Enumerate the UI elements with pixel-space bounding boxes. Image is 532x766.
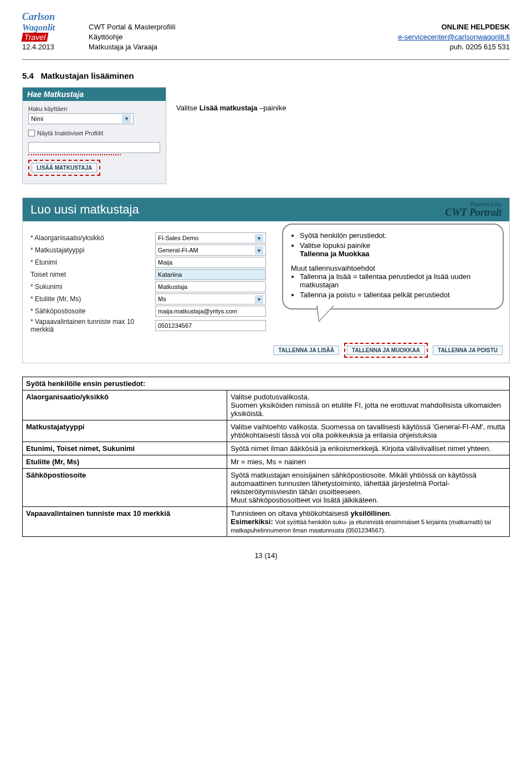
save-button-row: TALLENNA JA LISÄÄ TALLENNA JA MUOKKAA TA… xyxy=(23,340,509,363)
header-left: CWT Portal & Masterprofiili Käyttöohje 1… xyxy=(89,22,176,53)
chevron-down-icon: ▾ xyxy=(255,295,263,303)
form-input[interactable]: Matkustaja xyxy=(155,281,266,292)
form-label: * Sukunimi xyxy=(30,283,155,291)
form-input[interactable]: maija.matkustaja@yritys.com xyxy=(155,306,266,317)
search-panel-title: Hae Matkustaja xyxy=(23,88,166,101)
form-label: * Etuliite (Mr, Ms) xyxy=(30,295,155,303)
save-and-add-button[interactable]: TALLENNA JA LISÄÄ xyxy=(273,346,339,355)
form-label: * Sähköpostiosoite xyxy=(30,307,155,315)
desc-val: Valitse pudotusvalikosta.Suomen yksiköid… xyxy=(227,390,510,420)
desc-key: Vapaavalintainen tunniste max 10 merkkiä xyxy=(23,507,227,537)
chevron-down-icon: ▾ xyxy=(122,114,131,123)
desc-caption: Syötä henkilölle ensin perustiedot: xyxy=(23,377,510,390)
header-right: ONLINE HELPDESK e-servicecenter@carlsonw… xyxy=(398,22,510,53)
desc-val: Valitse vaihtoehto valikosta. Suomessa o… xyxy=(227,420,510,442)
hdr-line3: Matkustaja ja Varaaja xyxy=(89,42,157,52)
instruction-1: Valitse Lisää matkustaja –painike xyxy=(176,104,287,112)
hdr-line1: CWT Portal & Masterprofiili xyxy=(89,22,176,32)
show-inactive-checkbox[interactable]: Näytä Inaktiiviset Profiilit xyxy=(28,130,160,136)
section-heading: 5.4 Matkustajan lisääminen xyxy=(22,71,510,80)
desc-val: Mr = mies, Ms = nainen xyxy=(227,455,510,469)
search-traveler-panel: Hae Matkustaja Haku käyttäen Nimi ▾ Näyt… xyxy=(22,87,166,184)
desc-key: Etunimi, Toiset nimet, Sukunimi xyxy=(23,442,227,455)
form-label: * Alaorganisaatio/yksikkö xyxy=(30,234,155,242)
add-traveler-button[interactable]: LISÄÄ MATKUSTAJA xyxy=(32,163,97,173)
search-using-select[interactable]: Nimi ▾ xyxy=(28,113,134,124)
form-label: Toiset nimet xyxy=(30,271,155,278)
hdr-date: 12.4.2013 xyxy=(22,42,66,52)
desc-key: Sähköpostiosoite xyxy=(23,469,227,507)
create-title: Luo uusi matkustaja xyxy=(30,202,139,217)
helpdesk-email[interactable]: e-servicecenter@carlsonwagonlit.fi xyxy=(398,33,510,41)
form-input[interactable]: 0501234567 xyxy=(155,320,266,331)
search-using-label: Haku käyttäen xyxy=(28,105,160,112)
desc-key: Matkustajatyyppi xyxy=(23,420,227,442)
save-and-edit-button[interactable]: TALLENNA JA MUOKKAA xyxy=(347,346,425,355)
powered-by: Powered by CWT Portrait xyxy=(445,201,502,219)
create-traveler-panel: Luo uusi matkustaja Powered by CWT Portr… xyxy=(22,197,510,364)
logo: Carlson Wagonlit Travel xyxy=(22,11,78,44)
form-input[interactable]: Katariina xyxy=(155,269,266,280)
desc-val: Syötä matkustajan ensisijainen sähköpost… xyxy=(227,469,510,507)
helpdesk-title: ONLINE HELPDESK xyxy=(398,22,510,32)
search-text-input[interactable] xyxy=(28,142,160,153)
form-row: * Vapaavalintainen tunniste max 10 merkk… xyxy=(30,318,502,333)
chevron-down-icon: ▾ xyxy=(255,234,263,242)
form-select[interactable]: General-FI-AM▾ xyxy=(155,245,266,256)
desc-key: Etuliite (Mr, Ms) xyxy=(23,455,227,469)
form-label: * Matkustajatyyppi xyxy=(30,246,155,254)
save-and-exit-button[interactable]: TALLENNA JA POISTU xyxy=(433,346,503,355)
form-label: * Vapaavalintainen tunniste max 10 merkk… xyxy=(30,318,155,333)
desc-key: Alaorganisaatio/yksikkö xyxy=(23,390,227,420)
field-desc-table: Syötä henkilölle ensin perustiedot:Alaor… xyxy=(22,377,510,537)
desc-val: Syötä nimet ilman ääkkösiä ja erikoismer… xyxy=(227,442,510,455)
chevron-down-icon: ▾ xyxy=(255,246,263,255)
page-footer: 13 (14) xyxy=(22,551,510,560)
form-select[interactable]: FI-Sales Demo▾ xyxy=(155,232,266,244)
form-label: * Etunimi xyxy=(30,258,155,266)
helpdesk-phone: puh. 0205 615 531 xyxy=(398,42,510,52)
form-select[interactable]: Ms▾ xyxy=(155,293,266,305)
desc-val: Tunnisteen on oltava yhtiökohtaisesti yk… xyxy=(227,507,510,537)
form-input[interactable]: Maija xyxy=(155,257,266,268)
hdr-line2: Käyttöohje xyxy=(89,32,176,42)
header-divider xyxy=(22,59,510,60)
callout-bubble: Syötä henkilön perustiedot. Valitse lopu… xyxy=(282,224,504,310)
page-header: Carlson Wagonlit Travel CWT Portal & Mas… xyxy=(22,11,510,60)
